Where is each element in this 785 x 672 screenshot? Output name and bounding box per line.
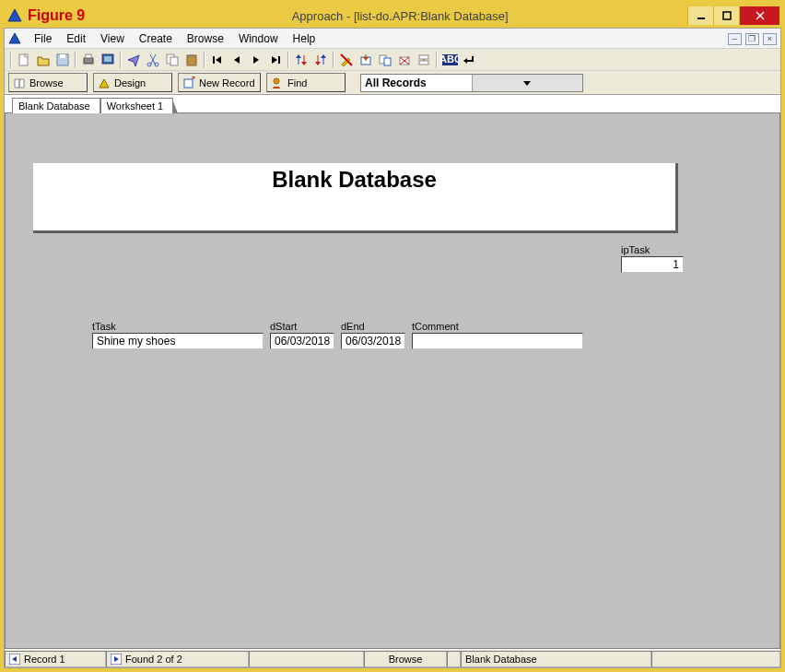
new-record-button[interactable]: * New Record [178, 73, 261, 92]
menu-file[interactable]: File [27, 30, 59, 47]
fill-icon[interactable] [415, 51, 433, 69]
new-page-icon: * [182, 77, 195, 89]
menu-browse[interactable]: Browse [180, 30, 231, 47]
svg-rect-9 [84, 58, 93, 64]
menu-create[interactable]: Create [132, 30, 180, 47]
form-canvas: Blank Database ipTask 1 tTask Shine my s… [5, 113, 780, 649]
window-control-buttons [687, 6, 779, 26]
close-button[interactable] [739, 6, 779, 25]
mdi-minimize-button[interactable]: – [728, 33, 742, 45]
menu-view[interactable]: View [93, 30, 132, 47]
svg-rect-20 [190, 54, 193, 57]
browse-label: Browse [29, 77, 64, 88]
svg-point-53 [274, 78, 279, 84]
svg-marker-25 [272, 56, 277, 64]
svg-marker-49 [463, 58, 467, 64]
tcomment-input[interactable] [412, 333, 583, 349]
svg-text:ABC: ABC [441, 53, 458, 65]
mdi-buttons: – ❐ × [727, 32, 777, 45]
main-toolbar: ABC [5, 49, 780, 71]
spellcheck-icon[interactable]: ABC [440, 51, 459, 69]
svg-marker-24 [253, 56, 259, 64]
status-found[interactable]: Found 2 of 2 [106, 651, 249, 667]
prev-record-icon[interactable] [228, 51, 246, 69]
iptask-input[interactable]: 1 [621, 256, 684, 273]
svg-marker-34 [321, 54, 326, 58]
svg-rect-2 [723, 12, 731, 19]
tcomment-label: tComment [412, 321, 583, 332]
field-tcomment: tComment [412, 321, 583, 349]
preview-icon[interactable] [99, 51, 117, 69]
print-icon[interactable] [79, 51, 98, 69]
ttask-input[interactable]: Shine my shoes [92, 333, 264, 349]
status-record[interactable]: Record 1 [5, 651, 106, 667]
menu-window[interactable]: Window [231, 30, 286, 47]
svg-rect-44 [419, 55, 428, 59]
status-db[interactable]: Blank Database [461, 651, 651, 667]
sort-desc-icon[interactable] [311, 51, 330, 69]
status-blank1 [249, 651, 364, 667]
field-dend: dEnd 06/03/2018 [341, 321, 405, 349]
svg-marker-5 [9, 33, 20, 43]
next-record-icon[interactable] [247, 51, 265, 69]
status-bar: Record 1 Found 2 of 2 Browse Blank Datab… [5, 649, 780, 667]
tab-blank-database[interactable]: Blank Database [12, 98, 100, 113]
form-header-panel: Blank Database [33, 163, 678, 233]
menu-edit[interactable]: Edit [59, 30, 93, 47]
svg-marker-32 [315, 62, 321, 65]
field-dstart: dStart 06/03/2018 [270, 321, 334, 349]
menu-bar: File Edit View Create Browse Window Help… [5, 29, 780, 49]
view-tabs: Blank Database Worksheet 1 [5, 95, 780, 113]
mdi-restore-button[interactable]: ❐ [745, 33, 759, 45]
new-file-icon[interactable] [15, 51, 33, 69]
cut-icon[interactable] [144, 51, 162, 69]
outer-window-frame: Figure 9 Approach - [list-do.APR:Blank D… [0, 0, 785, 672]
first-record-icon[interactable] [208, 51, 227, 69]
app-small-icon [8, 32, 21, 45]
copy-icon[interactable] [163, 51, 182, 69]
form-title: Blank Database [33, 167, 675, 193]
no-edit-icon[interactable] [337, 51, 356, 69]
svg-rect-8 [60, 54, 65, 58]
send-icon[interactable] [124, 51, 143, 69]
design-button[interactable]: Design [93, 73, 172, 92]
svg-marker-23 [234, 56, 240, 64]
field-iptask: ipTask 1 [621, 244, 684, 273]
status-sep [447, 651, 461, 667]
enter-icon[interactable] [460, 51, 478, 69]
record-filter-dropdown[interactable]: All Records [360, 74, 583, 92]
minimize-button[interactable] [687, 6, 713, 25]
browse-button[interactable]: Browse [8, 73, 88, 92]
maximize-button[interactable] [713, 6, 739, 25]
triangle-icon [98, 77, 111, 89]
app-icon [7, 8, 22, 23]
svg-marker-0 [8, 9, 21, 21]
iptask-label: ipTask [621, 244, 684, 255]
find-button[interactable]: Find [266, 73, 346, 92]
svg-marker-54 [523, 81, 531, 86]
dend-input[interactable]: 06/03/2018 [341, 333, 405, 349]
paste-icon[interactable] [182, 51, 201, 69]
dropdown-value: All Records [361, 77, 472, 89]
dstart-input[interactable]: 06/03/2018 [270, 333, 334, 349]
tab-worksheet-1[interactable]: Worksheet 1 [100, 98, 174, 113]
duplicate-icon[interactable] [376, 51, 394, 69]
field-ttask: tTask Shine my shoes [92, 321, 264, 349]
svg-rect-45 [419, 61, 428, 65]
menu-help[interactable]: Help [286, 30, 323, 47]
svg-marker-28 [296, 54, 301, 58]
save-icon[interactable] [53, 51, 72, 69]
mdi-close-button[interactable]: × [763, 33, 777, 45]
arrow-left-box-icon [9, 654, 20, 665]
status-found-text: Found 2 of 2 [125, 654, 182, 665]
status-blank2 [651, 651, 780, 667]
window-title: Approach - [list-do.APR:Blank Database] [112, 9, 687, 23]
insert-icon[interactable] [357, 51, 375, 69]
status-mode[interactable]: Browse [364, 651, 447, 667]
folder-open-icon[interactable] [34, 51, 53, 69]
last-record-icon[interactable] [266, 51, 285, 69]
delete-icon[interactable] [395, 51, 414, 69]
sort-asc-icon[interactable] [292, 51, 310, 69]
action-bar: Browse Design * New Record Find All Reco… [5, 71, 780, 95]
svg-marker-30 [301, 62, 307, 65]
